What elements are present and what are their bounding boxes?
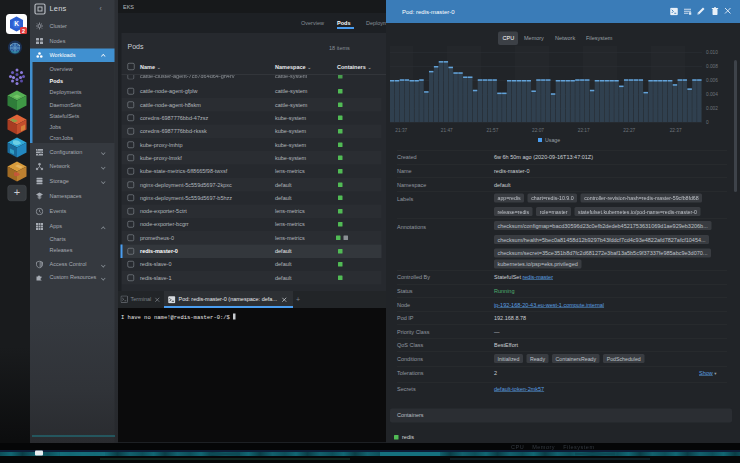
svg-text:Usage: Usage (545, 137, 560, 143)
svg-text:21:57: 21:57 (486, 128, 498, 133)
svg-text:0.004: 0.004 (706, 92, 718, 97)
svg-text:21:37: 21:37 (395, 128, 407, 133)
svg-text:0.008: 0.008 (706, 64, 718, 69)
svg-text:22:17: 22:17 (578, 128, 590, 133)
svg-text:K: K (14, 20, 19, 27)
svg-text:22:37: 22:37 (670, 128, 682, 133)
svg-text:2: 2 (22, 28, 25, 34)
svg-text:22:27: 22:27 (623, 128, 635, 133)
svg-text:0.002: 0.002 (706, 106, 718, 111)
svg-text:0: 0 (706, 120, 709, 125)
svg-text:21:47: 21:47 (441, 128, 453, 133)
svg-text:0.010: 0.010 (706, 50, 718, 55)
svg-text:0.006: 0.006 (706, 78, 718, 83)
svg-text:22:07: 22:07 (532, 128, 544, 133)
